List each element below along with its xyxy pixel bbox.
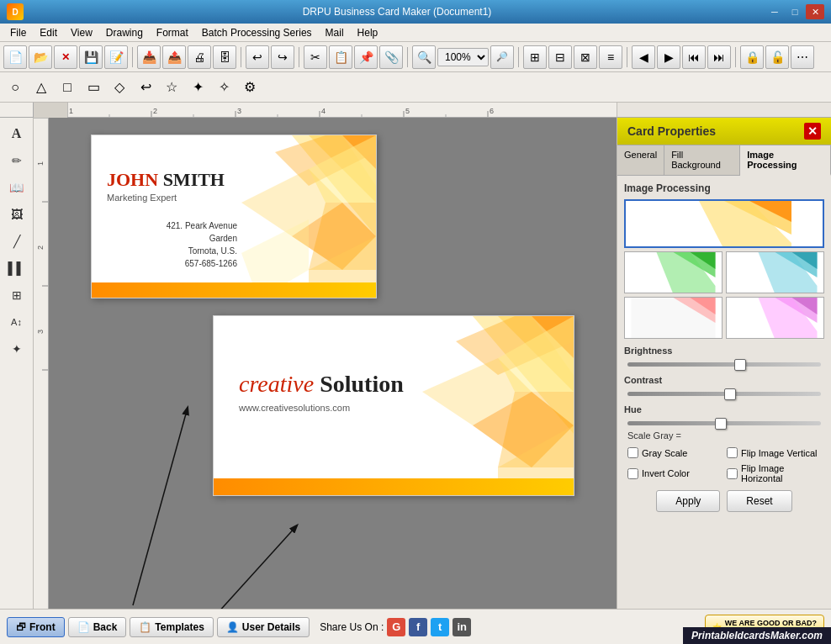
user-details-tab[interactable]: 👤 User Details (217, 617, 310, 637)
star4-shape[interactable]: ✧ (212, 76, 236, 99)
star5-shape[interactable]: ☆ (160, 76, 183, 99)
grid1-button[interactable]: ⊞ (523, 45, 547, 69)
text-tool[interactable]: A (4, 121, 29, 146)
grid2-button[interactable]: ⊟ (548, 45, 572, 69)
apply-button[interactable]: Apply (656, 490, 720, 512)
scale-gray-label: Scale Gray = (627, 430, 821, 441)
rounded-rect-shape[interactable]: ▭ (82, 76, 105, 99)
panel-close-button[interactable]: ✕ (804, 123, 821, 140)
tab-image-processing[interactable]: Image Processing (740, 145, 831, 176)
gray-scale-checkbox[interactable] (627, 447, 638, 458)
contrast-slider-track[interactable] (627, 392, 821, 396)
zoomin-icon[interactable]: 🔍 (412, 45, 436, 69)
business-card-2[interactable]: creative Solution www.creativesolutions.… (213, 315, 574, 496)
db-button[interactable]: 🗄 (213, 45, 236, 69)
swatch-1[interactable] (624, 199, 824, 248)
templates-tab[interactable]: 📋 Templates (130, 617, 213, 637)
arrange-button[interactable]: ⊠ (574, 45, 597, 69)
rect-shape[interactable]: □ (56, 76, 79, 99)
lock2-button[interactable]: 🔓 (765, 45, 789, 69)
open-button[interactable]: 📂 (29, 45, 52, 69)
undo-button[interactable]: ↩ (246, 45, 269, 69)
flip-vertical-checkbox[interactable] (727, 447, 738, 458)
templates-icon: 📋 (139, 621, 151, 633)
maximize-button[interactable]: □ (786, 4, 804, 19)
swatch-5[interactable] (726, 297, 824, 339)
text2-tool[interactable]: A↕ (4, 309, 29, 335)
barcode-tool[interactable]: ▌▌ (4, 256, 29, 281)
action-buttons: Apply Reset (624, 490, 824, 512)
import-button[interactable]: 📥 (137, 45, 161, 69)
google-icon[interactable]: G (387, 618, 405, 636)
reset-button[interactable]: Reset (727, 490, 791, 512)
new-button[interactable]: 📄 (3, 45, 27, 69)
hue-slider-track[interactable] (627, 421, 821, 425)
saveas-button[interactable]: 📝 (104, 45, 128, 69)
canvas-area[interactable]: JOHN SMITH Marketing Expert 421. Peark A… (49, 118, 617, 609)
menu-mail[interactable]: Mail (319, 25, 351, 40)
more-button[interactable]: ⋯ (791, 45, 814, 69)
tab-general[interactable]: General (617, 145, 664, 175)
invert-color-checkbox[interactable] (627, 468, 638, 479)
twitter-icon[interactable]: t (431, 618, 449, 636)
flip-horizontal-label: Flip Image Horizontal (741, 463, 821, 483)
nav3-button[interactable]: ⏮ (682, 45, 706, 69)
diamond-shape[interactable]: ◇ (108, 76, 131, 99)
back-tab[interactable]: 📄 Back (68, 617, 127, 637)
brightness-slider-track[interactable] (627, 362, 821, 367)
menu-bar: File Edit View Drawing Format Batch Proc… (0, 24, 831, 42)
circle-shape[interactable]: ○ (3, 76, 27, 99)
star-tool[interactable]: ✦ (4, 336, 29, 362)
front-tab[interactable]: 🗗 Front (7, 617, 65, 637)
close-doc-button[interactable]: ✕ (54, 45, 77, 69)
triangle-shape[interactable]: △ (29, 76, 53, 99)
tab-fill-background[interactable]: Fill Background (664, 145, 740, 175)
swatch-3[interactable] (726, 251, 824, 293)
zoom-select[interactable]: 100% 50% 75% 125% 150% (437, 48, 489, 66)
redo-button[interactable]: ↪ (271, 45, 294, 69)
next-button[interactable]: ▶ (657, 45, 680, 69)
panel-tabs: General Fill Background Image Processing (617, 145, 831, 176)
svg-text:3: 3 (237, 107, 241, 115)
prev-button[interactable]: ◀ (632, 45, 655, 69)
copy-button[interactable]: 📋 (329, 45, 352, 69)
image-tool[interactable]: 🖼 (4, 202, 29, 227)
swatch-4[interactable] (624, 297, 722, 339)
paste2-button[interactable]: 📎 (379, 45, 403, 69)
arrow-shape[interactable]: ↩ (134, 76, 157, 99)
close-button[interactable]: ✕ (806, 4, 824, 19)
hue-thumb[interactable] (715, 418, 727, 430)
svg-text:2: 2 (153, 107, 157, 115)
nav4-button[interactable]: ⏭ (707, 45, 731, 69)
align-button[interactable]: ≡ (599, 45, 622, 69)
contrast-thumb[interactable] (724, 388, 736, 400)
cut-button[interactable]: ✂ (304, 45, 327, 69)
paint-tool[interactable]: ✏ (4, 148, 29, 173)
export-button[interactable]: 📤 (162, 45, 186, 69)
menu-file[interactable]: File (3, 25, 33, 40)
gear-shape[interactable]: ⚙ (238, 76, 262, 99)
scan-tool[interactable]: ⊞ (4, 282, 29, 308)
zoomout-button[interactable]: 🔎 (490, 45, 514, 69)
paste-button[interactable]: 📌 (354, 45, 378, 69)
line-tool[interactable]: ╱ (4, 229, 29, 254)
menu-batch[interactable]: Batch Processing Series (195, 25, 319, 40)
menu-view[interactable]: View (64, 25, 99, 40)
swatch-2[interactable] (624, 251, 722, 293)
business-card-1[interactable]: JOHN SMITH Marketing Expert 421. Peark A… (91, 135, 377, 298)
menu-help[interactable]: Help (351, 25, 385, 40)
menu-format[interactable]: Format (150, 25, 195, 40)
print-button[interactable]: 🖨 (188, 45, 211, 69)
book-tool[interactable]: 📖 (4, 175, 29, 200)
menu-edit[interactable]: Edit (33, 25, 64, 40)
brightness-thumb[interactable] (734, 359, 746, 371)
minimize-button[interactable]: ─ (765, 4, 784, 19)
flip-horizontal-checkbox[interactable] (727, 468, 738, 479)
svg-text:4: 4 (321, 107, 326, 115)
star8-shape[interactable]: ✦ (186, 76, 209, 99)
share4-icon[interactable]: in (453, 618, 471, 636)
lock1-button[interactable]: 🔒 (740, 45, 764, 69)
save-button[interactable]: 💾 (79, 45, 103, 69)
menu-drawing[interactable]: Drawing (99, 25, 150, 40)
facebook-icon[interactable]: f (409, 618, 427, 636)
